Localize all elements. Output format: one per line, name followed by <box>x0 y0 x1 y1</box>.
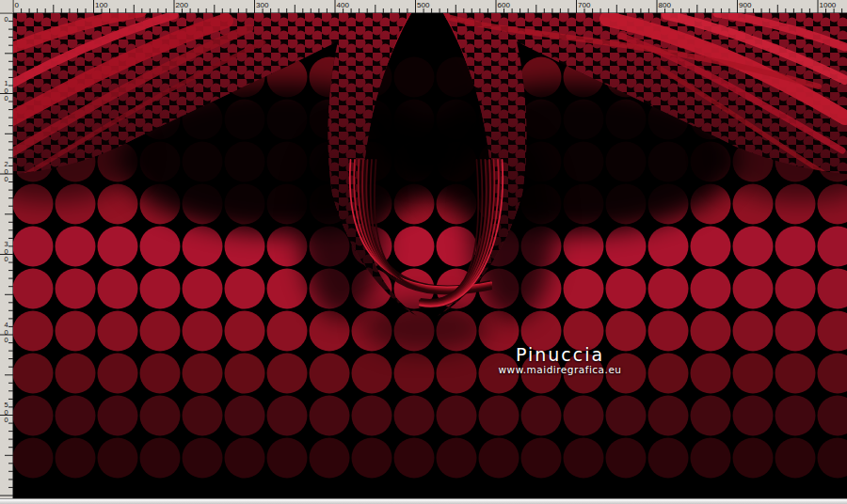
document-canvas[interactable]: Pinuccia www.maidiregrafica.eu <box>13 13 847 498</box>
ruler-corner <box>0 0 13 13</box>
svg-text:100: 100 <box>95 1 108 9</box>
svg-text:0: 0 <box>4 255 8 263</box>
svg-text:800: 800 <box>659 1 672 9</box>
svg-text:600: 600 <box>498 1 511 9</box>
svg-text:400: 400 <box>337 1 350 9</box>
halftone-artwork <box>13 13 847 498</box>
svg-text:200: 200 <box>176 1 189 9</box>
watermark-url: www.maidiregrafica.eu <box>452 364 668 375</box>
svg-text:0: 0 <box>4 175 8 183</box>
status-strip <box>0 498 847 504</box>
horizontal-ruler: 01002003004005006007008009001000 <box>13 0 847 13</box>
svg-text:0: 0 <box>4 15 8 24</box>
app-window: 01002003004005006007008009001000 0100200… <box>0 0 847 504</box>
svg-text:0: 0 <box>4 94 8 102</box>
watermark-title: Pinuccia <box>471 344 649 365</box>
svg-text:500: 500 <box>417 1 430 9</box>
vertical-ruler: 0100200300400500 <box>0 13 13 498</box>
svg-text:700: 700 <box>578 1 591 9</box>
svg-text:900: 900 <box>739 1 752 9</box>
svg-text:0: 0 <box>4 336 8 344</box>
svg-text:0: 0 <box>15 1 20 9</box>
svg-text:1000: 1000 <box>820 1 837 9</box>
svg-text:0: 0 <box>4 416 8 424</box>
svg-text:300: 300 <box>256 1 269 9</box>
